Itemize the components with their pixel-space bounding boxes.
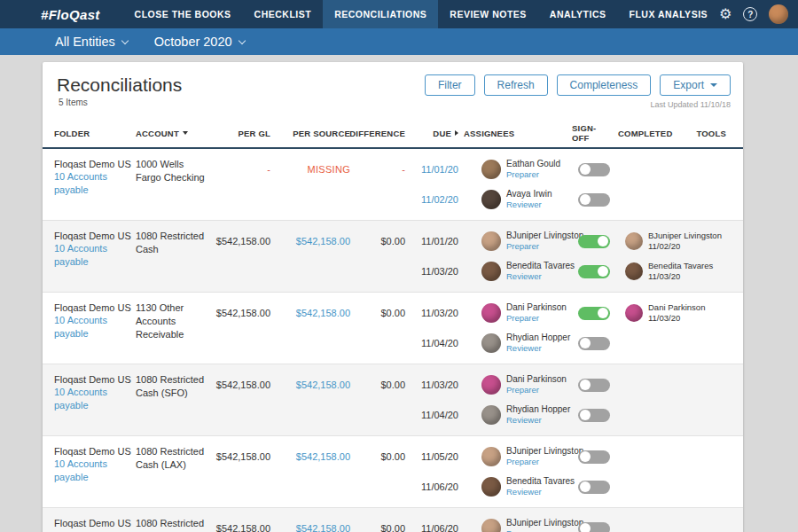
difference-value: $0.00 <box>356 513 411 532</box>
folder-link[interactable]: 10 Accounts payable <box>54 314 130 340</box>
per-gl-value: $542,158.00 <box>212 370 276 430</box>
toggle-knob <box>580 451 591 462</box>
completed-line <box>625 184 698 215</box>
account-name[interactable]: 1130 Other Accounts Receivable <box>136 298 212 358</box>
entity-selector-label: All Entities <box>55 35 115 49</box>
due-date: 11/04/20 <box>411 328 458 358</box>
assignee-avatar <box>481 190 501 209</box>
completed-avatar <box>625 262 643 280</box>
table-header: FOLDERACCOUNTPER GLPER SOURCEDIFFERENCED… <box>43 118 743 149</box>
folder-link[interactable]: 10 Accounts payable <box>54 170 130 196</box>
assignee-avatar <box>481 231 501 251</box>
toggle-knob <box>598 308 608 318</box>
completed-cell <box>618 154 703 215</box>
column-header-difference[interactable]: DIFFERENCE <box>356 118 411 147</box>
column-header-per-source[interactable]: PER SOURCE <box>276 118 356 147</box>
assignee: BJuniper LivingstonPreparer <box>481 513 567 532</box>
nav-item-reconciliations[interactable]: RECONCILIATIONS <box>323 0 438 28</box>
account-name[interactable]: 1080 Restricted Cash <box>136 226 212 286</box>
tools-cell <box>703 154 732 215</box>
column-header-folder[interactable]: FOLDER <box>54 118 136 147</box>
signoff-toggle[interactable] <box>578 481 610 494</box>
signoff-toggle[interactable] <box>578 193 610 207</box>
refresh-button[interactable]: Refresh <box>484 74 548 96</box>
period-selector[interactable]: October 2020 <box>154 35 245 49</box>
settings-gear-icon[interactable]: ⚙ <box>719 7 732 21</box>
signoff-line <box>578 298 613 328</box>
signoff-toggle[interactable] <box>578 522 610 532</box>
toggle-knob <box>580 164 591 175</box>
signoff-toggle[interactable] <box>578 409 610 422</box>
assignee-avatar <box>481 405 501 425</box>
assignee-text: Benedita TavaresReviewer <box>506 260 575 282</box>
column-header-label: DUE <box>433 129 451 138</box>
account-name[interactable]: 1080 Restricted Cash (LAX) <box>136 442 212 502</box>
folder-entity: Floqast Demo US <box>54 442 130 458</box>
per-source-value[interactable]: $542,158.00 <box>276 226 356 286</box>
assignee-avatar <box>481 477 501 497</box>
column-header-due[interactable]: DUE <box>411 118 464 147</box>
signoff-toggle[interactable] <box>578 163 610 176</box>
completeness-button[interactable]: Completeness <box>557 74 652 96</box>
completed-avatar <box>625 232 643 250</box>
signoff-toggle[interactable] <box>578 235 610 248</box>
account-name[interactable]: 1080 Restricted Cash (SFO) <box>136 370 212 430</box>
folder-link[interactable]: 10 Accounts payable <box>54 242 130 268</box>
signoff-toggle[interactable] <box>578 307 610 320</box>
account-name[interactable]: 1000 Wells Fargo Checking <box>136 154 212 215</box>
column-header-completed[interactable]: COMPLETED <box>618 118 703 147</box>
table-row: Floqast Demo US10 Accounts payable1080 R… <box>43 507 743 532</box>
completed-line <box>625 472 698 502</box>
toggle-knob <box>580 481 591 492</box>
assignee-name: Eathan Gould <box>506 158 560 169</box>
assignee-role: Reviewer <box>506 271 575 282</box>
signoff-cell <box>572 226 618 286</box>
column-header-account[interactable]: ACCOUNT <box>136 118 212 147</box>
nav-item-review-notes[interactable]: REVIEW NOTES <box>438 0 538 28</box>
column-header-tools[interactable]: TOOLS <box>703 118 732 147</box>
filter-button[interactable]: Filter <box>425 74 475 96</box>
column-header-label: ACCOUNT <box>136 129 179 138</box>
export-button[interactable]: Export <box>660 74 731 96</box>
nav-item-analytics[interactable]: ANALYTICS <box>538 0 618 28</box>
assignee: Avaya IrwinReviewer <box>481 184 567 215</box>
per-source-value[interactable]: $542,158.00 <box>276 442 356 502</box>
top-navigation: #FloQast CLOSE THE BOOKSCHECKLISTRECONCI… <box>0 0 798 28</box>
signoff-line <box>578 370 613 400</box>
column-header-per-gl[interactable]: PER GL <box>212 118 276 147</box>
user-avatar[interactable] <box>769 4 788 24</box>
due-cell: 11/01/2011/03/20 <box>411 226 464 286</box>
signoff-toggle[interactable] <box>578 379 610 392</box>
help-icon[interactable]: ? <box>743 7 757 21</box>
assignee-name: Rhydian Hopper <box>506 332 570 343</box>
signoff-toggle[interactable] <box>578 265 610 278</box>
assignee: BJuniper LivingstonPreparer <box>481 442 567 472</box>
folder-link[interactable]: 10 Accounts payable <box>54 458 130 483</box>
entity-selector[interactable]: All Entities <box>55 35 128 49</box>
account-name[interactable]: 1080 Restricted Cash <box>136 513 212 532</box>
per-source-value[interactable]: $542,158.00 <box>276 370 356 430</box>
column-header-assignees[interactable]: ASSIGNEES <box>464 118 572 147</box>
per-source-value[interactable]: $542,158.00 <box>276 298 356 358</box>
folder-link[interactable]: 10 Accounts payable <box>54 386 130 411</box>
due-cell: 11/03/2011/04/20 <box>411 298 464 358</box>
assignee: Rhydian HopperReviewer <box>481 400 567 430</box>
folder-cell: Floqast Demo US10 Accounts payable <box>54 226 136 286</box>
completed-line <box>625 328 698 358</box>
assignee-role: Preparer <box>506 169 560 180</box>
toggle-knob <box>598 266 608 277</box>
context-bar: All Entities October 2020 <box>0 28 798 55</box>
assignee-role: Preparer <box>506 313 567 324</box>
nav-item-checklist[interactable]: CHECKLIST <box>243 0 324 28</box>
floqast-logo[interactable]: #FloQast <box>41 0 123 28</box>
folder-cell: Floqast Demo US10 Accounts payable <box>54 513 136 532</box>
tools-cell <box>703 442 732 502</box>
signoff-toggle[interactable] <box>578 450 610 464</box>
per-source-value[interactable]: $542,158.00 <box>276 513 356 532</box>
toggle-knob <box>580 410 591 420</box>
nav-item-close-the-books[interactable]: CLOSE THE BOOKS <box>123 0 243 28</box>
signoff-toggle[interactable] <box>578 337 610 350</box>
nav-item-flux-analysis[interactable]: FLUX ANALYSIS <box>617 0 719 28</box>
per-source-value[interactable]: MISSING <box>276 154 356 215</box>
column-header-sign-off[interactable]: SIGN-OFF <box>572 118 618 147</box>
